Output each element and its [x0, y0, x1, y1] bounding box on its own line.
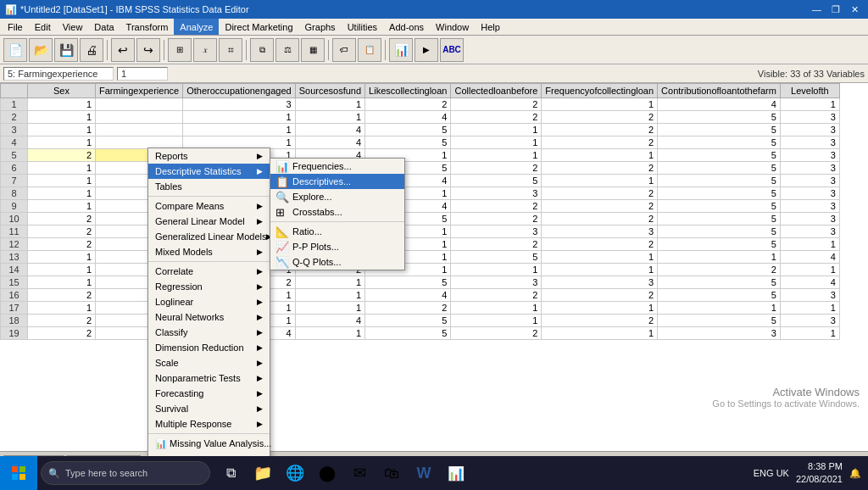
cell-level-13[interactable]: 4 — [780, 251, 839, 264]
cell-collected-13[interactable]: 5 — [451, 251, 542, 264]
cell-collected-7[interactable]: 5 — [451, 175, 542, 187]
cell-freq-5[interactable]: 1 — [542, 149, 658, 162]
undo-button[interactable]: ↩ — [111, 38, 135, 62]
desc-pp-plots[interactable]: 📈 P-P Plots... — [270, 239, 404, 254]
cell-sex-14[interactable]: 1 — [28, 264, 96, 276]
analyze-missing-value[interactable]: 📊 Missing Value Analysis... — [148, 436, 270, 452]
menu-data[interactable]: Data — [88, 19, 120, 35]
cell-level-14[interactable]: 1 — [780, 264, 839, 276]
menu-view[interactable]: View — [57, 19, 89, 35]
cell-freq-9[interactable]: 2 — [542, 200, 658, 213]
data-grid[interactable]: Sex Farmingexperience Otheroccupationeng… — [0, 83, 868, 451]
cell-collected-1[interactable]: 2 — [451, 98, 542, 111]
cell-src-15[interactable]: 1 — [295, 276, 364, 289]
analyze-regression[interactable]: Regression▶ — [148, 279, 270, 294]
mail-button[interactable]: ✉ — [346, 459, 373, 487]
cell-contrib-16[interactable]: 5 — [658, 289, 781, 302]
cell-contrib-2[interactable]: 5 — [658, 111, 781, 124]
cell-contrib-9[interactable]: 5 — [658, 200, 781, 213]
desc-qq-plots[interactable]: 📉 Q-Q Plots... — [270, 254, 404, 270]
analyze-generalized-linear[interactable]: Generalized Linear Models▶ — [148, 229, 270, 244]
cell-collected-15[interactable]: 3 — [451, 276, 542, 289]
menu-file[interactable]: File — [2, 19, 29, 35]
cell-src-17[interactable]: 1 — [295, 302, 364, 315]
cell-sex-9[interactable]: 1 — [28, 200, 96, 213]
cell-freq-6[interactable]: 2 — [542, 162, 658, 175]
analyze-multiple-response[interactable]: Multiple Response▶ — [148, 416, 270, 432]
cell-likes-19[interactable]: 5 — [365, 327, 451, 340]
analyze-scale[interactable]: Scale▶ — [148, 355, 270, 370]
cell-sex-17[interactable]: 1 — [28, 302, 96, 315]
close-button[interactable]: ✕ — [846, 3, 863, 16]
cell-level-11[interactable]: 3 — [780, 226, 839, 238]
cell-level-18[interactable]: 3 — [780, 315, 839, 327]
menu-transform[interactable]: Transform — [120, 19, 175, 35]
split-file-button[interactable]: ⧉ — [250, 38, 274, 62]
new-button[interactable]: 📄 — [3, 38, 27, 62]
find-button[interactable]: ⌗ — [219, 38, 242, 62]
menu-addons[interactable]: Add-ons — [383, 19, 430, 35]
cell-freq-11[interactable]: 3 — [542, 226, 658, 238]
spss-taskbar-button[interactable]: 📊 — [442, 459, 470, 487]
cell-collected-16[interactable]: 2 — [451, 289, 542, 302]
cell-contrib-3[interactable]: 5 — [658, 124, 781, 136]
cell-freq-19[interactable]: 1 — [542, 327, 658, 340]
weight-cases-button[interactable]: ⚖ — [275, 38, 299, 62]
cell-contrib-11[interactable]: 5 — [658, 226, 781, 238]
cell-contrib-8[interactable]: 5 — [658, 187, 781, 200]
cell-freq-13[interactable]: 1 — [542, 251, 658, 264]
cell-freq-8[interactable]: 2 — [542, 187, 658, 200]
cell-contrib-18[interactable]: 5 — [658, 315, 781, 327]
cell-src-16[interactable]: 1 — [295, 289, 364, 302]
analyze-neural-networks[interactable]: Neural Networks▶ — [148, 309, 270, 325]
open-button[interactable]: 📂 — [29, 38, 53, 62]
taskbar-search[interactable]: 🔍 Type here to search — [41, 461, 210, 485]
cell-other-2[interactable]: 1 — [183, 111, 296, 124]
cell-collected-2[interactable]: 2 — [451, 111, 542, 124]
cell-sex-6[interactable]: 1 — [28, 162, 96, 175]
cell-src-19[interactable]: 1 — [295, 327, 364, 340]
goto-var-button[interactable]: 𝑥 — [193, 38, 217, 62]
cell-collected-8[interactable]: 3 — [451, 187, 542, 200]
cell-likes-18[interactable]: 5 — [365, 315, 451, 327]
cell-contrib-7[interactable]: 5 — [658, 175, 781, 187]
cell-freq-12[interactable]: 2 — [542, 238, 658, 251]
cell-src-18[interactable]: 4 — [295, 315, 364, 327]
cell-src-3[interactable]: 4 — [295, 124, 364, 136]
menu-window[interactable]: Window — [430, 19, 475, 35]
cell-level-1[interactable]: 1 — [780, 98, 839, 111]
analyze-reports[interactable]: Reports▶ — [148, 148, 270, 164]
cell-farm-1[interactable] — [96, 98, 183, 111]
analyze-general-linear[interactable]: General Linear Model▶ — [148, 214, 270, 229]
goto-data-button[interactable]: ⊞ — [168, 38, 192, 62]
cell-freq-18[interactable]: 2 — [542, 315, 658, 327]
cell-contrib-17[interactable]: 1 — [658, 302, 781, 315]
cell-other-3[interactable]: 1 — [183, 124, 296, 136]
use-sets-button[interactable]: 📋 — [358, 38, 381, 62]
cell-level-12[interactable]: 1 — [780, 238, 839, 251]
col-header-farming[interactable]: Farmingexperience — [96, 84, 183, 98]
menu-analyze[interactable]: Analyze — [174, 19, 219, 35]
analyze-loglinear[interactable]: Loglinear▶ — [148, 294, 270, 309]
desc-descriptives[interactable]: 📋 Descriptives... — [270, 174, 404, 189]
cell-collected-11[interactable]: 3 — [451, 226, 542, 238]
cell-freq-15[interactable]: 3 — [542, 276, 658, 289]
cell-contrib-4[interactable]: 5 — [658, 136, 781, 149]
redo-button[interactable]: ↪ — [136, 38, 160, 62]
maximize-button[interactable]: ❐ — [827, 3, 844, 16]
edge-button[interactable]: 🌐 — [281, 459, 309, 487]
cell-collected-6[interactable]: 2 — [451, 162, 542, 175]
store-button[interactable]: 🛍 — [378, 459, 405, 487]
print-button[interactable]: 🖨 — [80, 38, 103, 62]
cell-sex-7[interactable]: 1 — [28, 175, 96, 187]
cell-level-17[interactable]: 1 — [780, 302, 839, 315]
cell-sex-15[interactable]: 1 — [28, 276, 96, 289]
analyze-nonparametric[interactable]: Nonparametric Tests▶ — [148, 370, 270, 386]
cell-freq-7[interactable]: 1 — [542, 175, 658, 187]
value-labels-button[interactable]: 🏷 — [332, 38, 356, 62]
menu-graphs[interactable]: Graphs — [299, 19, 342, 35]
notification-icon[interactable]: 🔔 — [849, 468, 861, 479]
col-header-collected[interactable]: Collectedloanbefore — [451, 84, 542, 98]
menu-utilities[interactable]: Utilities — [342, 19, 383, 35]
analyze-correlate[interactable]: Correlate▶ — [148, 264, 270, 279]
